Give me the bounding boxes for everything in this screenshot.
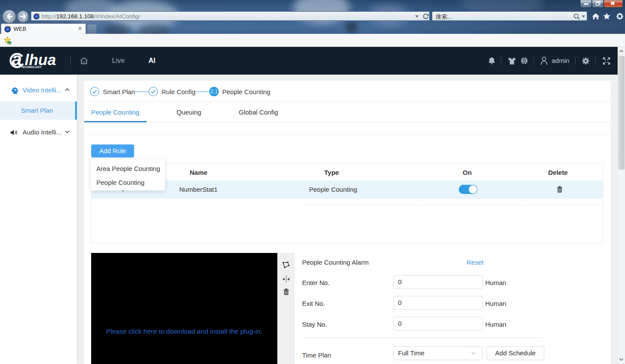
svg-text:TECHNOLOGY: TECHNOLOGY: [21, 66, 42, 69]
svg-text:a: a: [12, 52, 22, 69]
